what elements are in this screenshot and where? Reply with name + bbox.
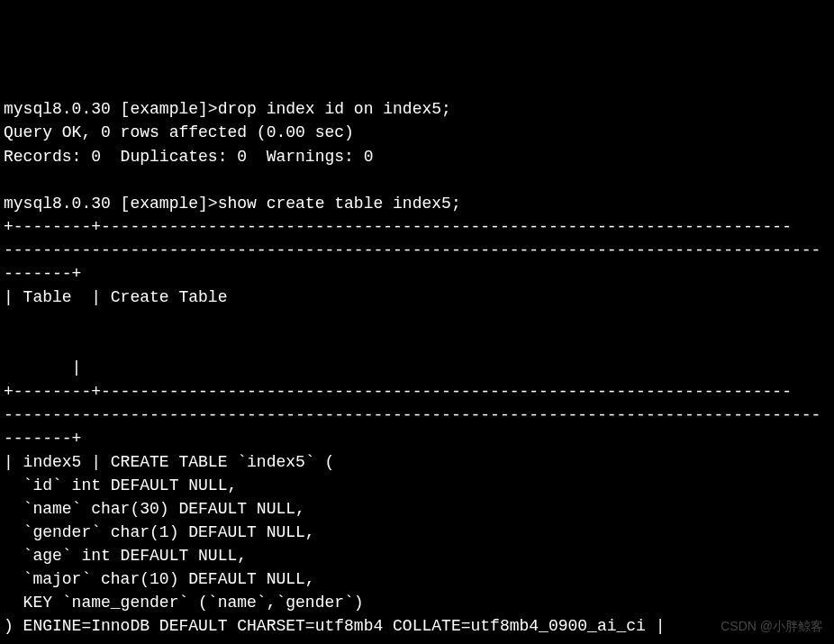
table-header: | Table | Create Table <box>4 288 802 306</box>
table-border: +--------+------------------------------… <box>4 383 792 401</box>
table-data: | index5 | CREATE TABLE `index5` ( <box>4 453 334 471</box>
command-text: drop index id on index5; <box>218 100 451 118</box>
table-border: -------+ <box>4 430 81 448</box>
query-result: Query OK, 0 rows affected (0.00 sec) <box>4 123 354 141</box>
command-text: show create table index5; <box>218 195 461 213</box>
table-data: `id` int DEFAULT NULL, <box>4 476 237 494</box>
table-data: `major` char(10) DEFAULT NULL, <box>4 570 315 588</box>
table-data: `name` char(30) DEFAULT NULL, <box>4 500 305 518</box>
table-border: +--------+------------------------------… <box>4 641 792 644</box>
watermark-text: CSDN @小胖鲸客 <box>721 617 823 635</box>
prompt: mysql8.0.30 [example]> <box>4 195 218 213</box>
table-data: ) ENGINE=InnoDB DEFAULT CHARSET=utf8mb4 … <box>4 617 666 635</box>
table-border: -------+ <box>4 265 81 283</box>
query-result: Records: 0 Duplicates: 0 Warnings: 0 <box>4 148 373 166</box>
table-border: +--------+------------------------------… <box>4 218 792 236</box>
table-data: `age` int DEFAULT NULL, <box>4 547 247 565</box>
table-border: ----------------------------------------… <box>4 241 820 259</box>
table-data: `gender` char(1) DEFAULT NULL, <box>4 523 315 541</box>
terminal-output: mysql8.0.30 [example]>drop index id on i… <box>4 97 830 644</box>
prompt: mysql8.0.30 [example]> <box>4 100 218 118</box>
table-data: KEY `name_gender` (`name`,`gender`) <box>4 594 364 612</box>
table-border: ----------------------------------------… <box>4 406 820 424</box>
